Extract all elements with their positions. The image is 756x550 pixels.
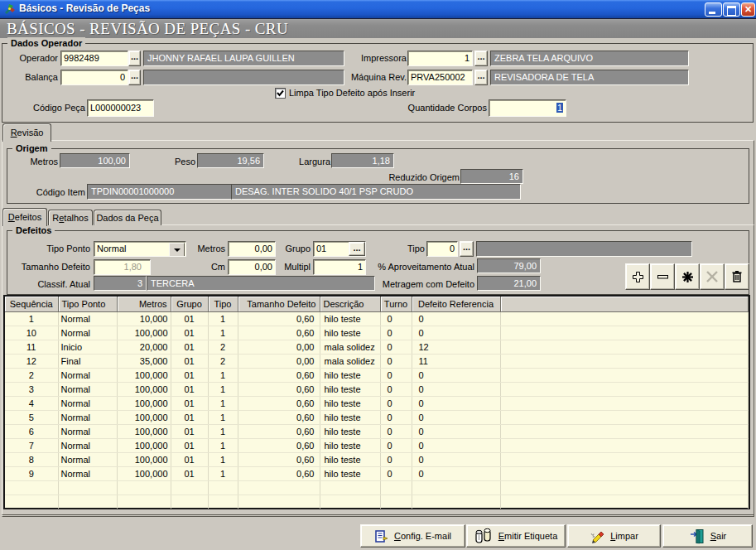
classif-atual-desc-display: TERCERA [147,276,375,291]
cell-turno: 0 [380,311,412,326]
cell-descricao: hilo teste [320,396,380,410]
cell-descricao: mala solidez [320,354,380,368]
cell-tamanho: 0,60 [238,466,320,480]
table-row[interactable]: 9 Normal 100,000 01 1 0,60 hilo teste 0 … [5,466,749,480]
operador-input[interactable]: 9982489 [60,51,128,66]
operador-lookup-button[interactable]: ... [128,51,141,66]
cell-referencia: 0 [412,452,500,466]
col-tipo-ponto[interactable]: Tipo Ponto [58,297,117,311]
cell-metros: 100,000 [117,438,171,452]
origem-peso-display: 19,56 [197,153,264,168]
tab-retalhos[interactable]: Retalhos [48,210,93,225]
tab-defeitos[interactable]: Defeitos [2,208,47,226]
col-tamanho-defeito[interactable]: Tamanho Defeito [238,297,320,311]
cell-tipo: 1 [208,424,238,438]
table-row[interactable]: 10 Normal 100,000 01 1 0,60 hilo teste 0… [5,326,749,340]
sair-icon [689,528,705,544]
balanca-name-display [143,70,344,85]
col-sequencia[interactable]: Sequência [5,297,58,311]
cell-sequencia: 9 [5,466,58,480]
cell-tipo: 1 [208,438,238,452]
minimize-button[interactable] [705,2,722,17]
cell-referencia: 0 [412,438,500,452]
balanca-input[interactable]: 0 [60,70,128,85]
cell-grupo: 01 [171,438,208,452]
maquina-input[interactable]: PRVA250002 [407,70,473,85]
multipl-label: Multipl [244,259,311,275]
cell-referencia: 0 [412,410,500,424]
limpar-button[interactable]: Limpar [567,524,661,548]
maquina-name-display: REVISADORA DE TELA [490,70,689,85]
table-row[interactable]: 4 Normal 100,000 01 1 0,60 hilo teste 0 … [5,396,749,410]
tab-revisao[interactable]: Revisão [2,123,51,142]
balanca-lookup-button[interactable]: ... [128,70,141,85]
cell-grupo: 01 [171,396,208,410]
tab-dados-da-peca[interactable]: Dados da Peça [94,210,161,225]
close-button[interactable]: ✕ [741,2,755,17]
cancel-button[interactable] [700,263,725,290]
cell-sequencia: 11 [5,340,58,354]
impressora-lookup-button[interactable]: ... [474,51,488,66]
remove-button[interactable] [650,263,675,290]
table-header[interactable]: Sequência Tipo Ponto Metros Grupo Tipo T… [5,297,749,311]
table-row[interactable]: 12 Final 35,000 01 2 0,00 mala solidez 0… [5,354,749,368]
defeitos-table[interactable]: Sequência Tipo Ponto Metros Grupo Tipo T… [3,295,750,509]
col-defeito-referencia[interactable]: Defeito Referencia [412,297,500,311]
limpa-tipo-defeito-checkbox[interactable] [275,88,286,99]
codigo-item-desc-display: DESAG. INTER SOLIDO 40/1 PSP CRUDO [231,184,521,200]
tamanho-defeito-input[interactable]: 1,80 [94,259,151,275]
cell-tipo-ponto: Normal [58,396,117,410]
table-row[interactable]: 8 Normal 100,000 01 1 0,60 hilo teste 0 … [5,452,749,466]
col-empty [500,297,749,311]
maquina-lookup-button[interactable]: ... [474,70,488,85]
cell-tamanho: 0,60 [238,424,320,438]
cell-sequencia: 7 [5,438,58,452]
sair-button[interactable]: Sair [662,524,753,548]
codigo-peca-label: Código Peça [2,100,85,116]
table-row[interactable]: 6 Normal 100,000 01 1 0,60 hilo teste 0 … [5,424,749,438]
impressora-input[interactable]: 1 [407,51,473,66]
codigo-peca-input[interactable]: L000000023 [87,99,154,117]
cell-tamanho: 0,60 [238,396,320,410]
table-row[interactable]: 11 Inicio 20,000 01 2 0,00 mala solidez … [5,340,749,354]
cell-sequencia: 1 [5,311,58,326]
limpa-tipo-defeito-label: Limpa Tipo Defeito após Inserir [289,85,415,101]
empty-row [5,495,749,509]
maximize-button[interactable] [723,2,740,17]
cell-tipo: 2 [208,354,238,368]
plus-icon [632,271,644,283]
selected-text: 1 [556,103,563,113]
cell-turno: 0 [380,396,412,410]
col-turno[interactable]: Turno [380,297,412,311]
table-row[interactable]: 3 Normal 100,000 01 1 0,60 hilo teste 0 … [5,382,749,396]
cell-empty [500,368,749,382]
cell-tipo: 1 [208,410,238,424]
table-row[interactable]: 2 Normal 100,000 01 1 0,60 hilo teste 0 … [5,368,749,382]
edit-button[interactable] [675,263,700,290]
table-row[interactable]: 5 Normal 100,000 01 1 0,60 hilo teste 0 … [5,410,749,424]
cell-turno: 0 [380,452,412,466]
add-button[interactable] [625,263,650,290]
config-email-button[interactable]: Config. E-mail [360,524,465,548]
cell-metros: 100,000 [117,452,171,466]
col-tipo[interactable]: Tipo [208,297,238,311]
cell-metros: 100,000 [117,424,171,438]
cell-sequencia: 10 [5,326,58,340]
tipo-input[interactable]: 0 [426,241,458,257]
tamanho-defeito-label: Tamanho Defeito [20,259,90,275]
emitir-etiqueta-button[interactable]: Emitir Etiqueta [466,524,566,548]
tipo-lookup-button[interactable]: ... [460,241,474,257]
cell-empty [500,311,749,326]
col-metros[interactable]: Metros [117,297,171,311]
cell-grupo: 01 [171,354,208,368]
col-grupo[interactable]: Grupo [171,297,208,311]
quantidade-corpos-input[interactable]: 1 [489,99,566,117]
aproveitamento-display: 79,00 [477,258,541,273]
reduzido-origem-display: 16 [460,169,523,184]
delete-button[interactable] [725,263,749,290]
col-descricao[interactable]: Descrição [320,297,380,311]
cell-grupo: 01 [171,452,208,466]
cell-turno: 0 [380,382,412,396]
table-row[interactable]: 7 Normal 100,000 01 1 0,60 hilo teste 0 … [5,438,749,452]
table-row[interactable]: 1 Normal 10,000 01 1 0,60 hilo teste 0 0 [5,311,749,326]
